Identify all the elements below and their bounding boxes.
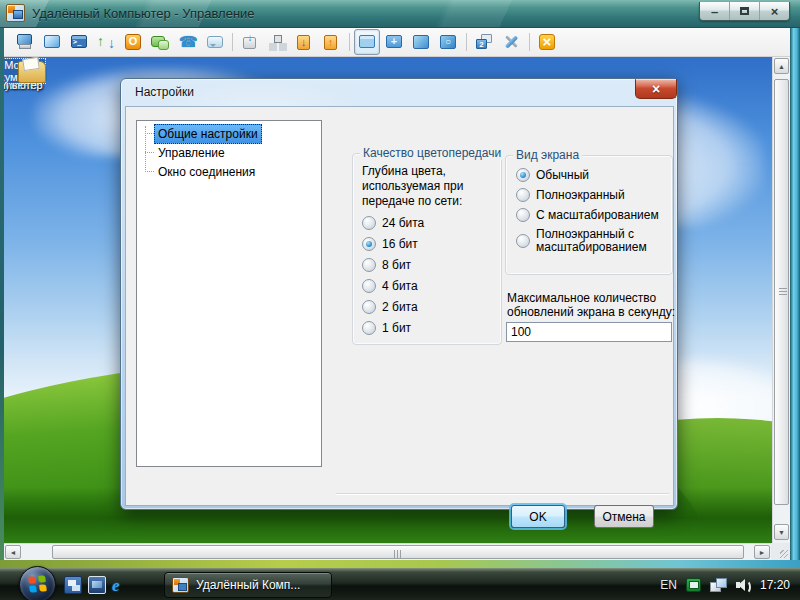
radio-icon: [516, 168, 530, 182]
scroll-up-button[interactable]: ▲: [774, 58, 789, 74]
language-indicator[interactable]: EN: [660, 578, 677, 592]
power-icon: [123, 32, 143, 52]
scroll-left-button[interactable]: ◄: [5, 545, 21, 559]
power-button[interactable]: [120, 29, 146, 55]
quicklaunch-switch-windows[interactable]: [64, 576, 82, 594]
windows-logo-icon: [28, 575, 47, 593]
disconnect-button[interactable]: [534, 29, 560, 55]
window-border-bottom: [0, 560, 800, 568]
horizontal-scroll-thumb[interactable]: [52, 545, 744, 559]
color-depth-radio[interactable]: 1 бит: [362, 321, 424, 335]
radio-icon: [516, 234, 530, 248]
console-icon: [69, 32, 89, 52]
chat-button[interactable]: [147, 29, 173, 55]
import-file-button[interactable]: [237, 29, 263, 55]
minimize-button[interactable]: –: [700, 2, 730, 20]
new-session-button[interactable]: [471, 29, 497, 55]
message-icon: [204, 32, 224, 52]
message-button[interactable]: [201, 29, 227, 55]
view-scaled-icon: [411, 32, 431, 52]
max-updates-input[interactable]: [506, 322, 672, 342]
radio-icon: [362, 237, 376, 251]
call-button[interactable]: [174, 29, 200, 55]
start-button[interactable]: [19, 566, 56, 600]
paste-download-button[interactable]: [291, 29, 317, 55]
paste-upload-button[interactable]: [318, 29, 344, 55]
desktop-icon-my-documents[interactable]: Мои документы: [4, 57, 48, 85]
radio-icon: [362, 258, 376, 272]
scroll-right-button[interactable]: ►: [754, 545, 770, 559]
screen: Удалённый Компьютер - Управление – ×: [0, 0, 800, 600]
button-separator: [336, 493, 669, 494]
desktop-icons: Сетевое окружение Корзина Мой компьютер …: [4, 57, 48, 357]
task-app-icon: [172, 577, 189, 593]
quicklaunch-remote-desktop[interactable]: [88, 576, 106, 594]
system-tray: EN 17:20: [660, 569, 794, 600]
color-depth-radio[interactable]: 8 бит: [362, 258, 424, 272]
remote-desktop-button[interactable]: [12, 29, 38, 55]
paste-download-icon: [294, 32, 314, 52]
thumb-grip: [394, 550, 403, 558]
file-transfer-button[interactable]: [93, 29, 119, 55]
color-depth-radio[interactable]: 16 бит: [362, 237, 424, 251]
scroll-down-button[interactable]: ▼: [774, 524, 789, 540]
maximize-button[interactable]: [730, 2, 760, 20]
quicklaunch-internet-explorer[interactable]: e: [112, 576, 130, 594]
chat-icon: [150, 32, 170, 52]
radio-icon: [516, 188, 530, 202]
import-file-icon: [240, 32, 260, 52]
view-fullscreen-scaled-button[interactable]: [435, 29, 461, 55]
group-title: Вид экрана: [513, 148, 582, 162]
settings-button[interactable]: [498, 29, 524, 55]
radio-icon: [362, 279, 376, 293]
tree-item[interactable]: Общие настройки: [154, 124, 321, 143]
cancel-button[interactable]: Отмена: [594, 505, 654, 528]
components-button[interactable]: [264, 29, 290, 55]
tray-remote-desktop-icon[interactable]: [686, 578, 701, 592]
settings-dialog: Настройки × Общие настройки Управление: [120, 78, 678, 510]
minimize-icon: –: [711, 5, 718, 18]
view-normal-button[interactable]: [354, 29, 380, 55]
settings-tree: Общие настройки Управление Окно соединен…: [136, 120, 322, 467]
dialog-title: Настройки: [135, 85, 194, 99]
color-depth-radio[interactable]: 4 бита: [362, 279, 424, 293]
screen-view-radio[interactable]: Обычный: [516, 168, 659, 182]
maximize-icon: [740, 7, 749, 15]
tree-item[interactable]: Окно соединения: [154, 162, 321, 181]
view-normal-icon: [357, 32, 377, 52]
task-label: Удалённый Комп...: [196, 578, 300, 592]
max-updates-label: Максимальное количество обновлений экран…: [507, 291, 679, 319]
view-fullscreen-scaled-icon: [438, 32, 458, 52]
view-fullscreen-icon: [384, 32, 404, 52]
radio-icon: [516, 208, 530, 222]
tray-network-icon[interactable]: [710, 578, 727, 592]
taskbar-task-button[interactable]: Удалённый Комп...: [164, 572, 332, 598]
dialog-close-button[interactable]: ×: [635, 79, 677, 99]
view-scaled-button[interactable]: [408, 29, 434, 55]
screen-view-radio[interactable]: Полноэкранный: [516, 188, 659, 202]
dialog-body: Общие настройки Управление Окно соединен…: [125, 106, 674, 506]
monitor-button[interactable]: [39, 29, 65, 55]
color-depth-radio[interactable]: 24 бита: [362, 216, 424, 230]
tree-item[interactable]: Управление: [154, 143, 321, 162]
view-fullscreen-button[interactable]: [381, 29, 407, 55]
tray-clock[interactable]: 17:20: [760, 578, 790, 592]
ok-button[interactable]: OK: [511, 505, 565, 528]
color-depth-radio[interactable]: 2 бита: [362, 300, 424, 314]
color-quality-group: Качество цветопередачи Глубина цвета, ис…: [352, 153, 502, 345]
close-button[interactable]: ×: [760, 2, 789, 20]
vertical-scroll-thumb[interactable]: [774, 79, 789, 505]
radio-icon: [362, 216, 376, 230]
tray-volume-icon[interactable]: [736, 578, 751, 592]
screen-view-radio[interactable]: Полноэкранный с масштабированием: [516, 228, 659, 254]
taskbar: e Удалённый Комп... EN 17:20: [0, 568, 800, 600]
vertical-scrollbar[interactable]: ▲ ▼: [772, 57, 790, 543]
title-bar: Удалённый Компьютер - Управление – ×: [0, 0, 800, 28]
screen-view-radio[interactable]: С масштабированием: [516, 208, 659, 222]
color-depth-description: Глубина цвета, используемая при передаче…: [362, 164, 463, 209]
console-button[interactable]: [66, 29, 92, 55]
window-border-right: [790, 28, 800, 560]
horizontal-scrollbar[interactable]: ◄ ►: [4, 543, 771, 560]
window-title: Удалённый Компьютер - Управление: [32, 6, 255, 21]
file-transfer-icon: [96, 32, 116, 52]
